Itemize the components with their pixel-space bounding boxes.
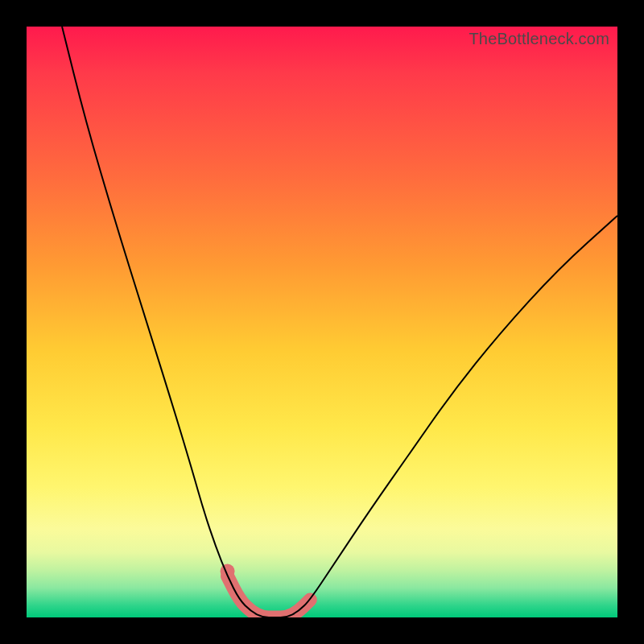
plot-area: TheBottleneck.com <box>27 27 617 617</box>
bottleneck-curve <box>62 27 617 617</box>
chart-frame: TheBottleneck.com <box>0 0 644 644</box>
curve-layer <box>27 27 617 617</box>
